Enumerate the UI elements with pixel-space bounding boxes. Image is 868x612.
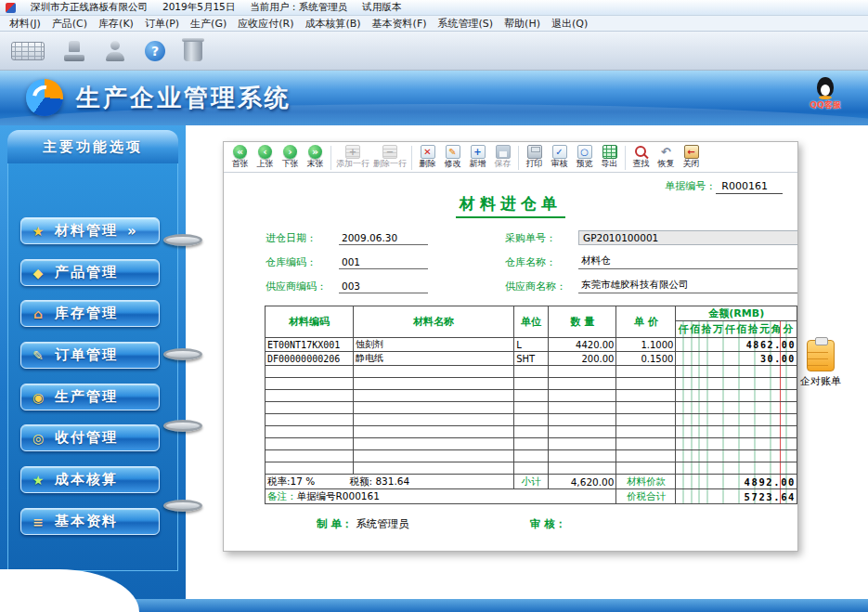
active-arrow: » — [127, 223, 138, 240]
cell-amount: 30.00 — [676, 352, 797, 366]
banner: 生产企业管理系统 QQ客服 — [0, 71, 868, 125]
sidebar-item-order-management[interactable]: ✎ 订单管理 — [20, 342, 160, 369]
menu-exit[interactable]: 退出(Q) — [546, 17, 593, 31]
reconcile-label: 企对账单 — [795, 374, 847, 388]
reconcile-statement-button[interactable]: 企对账单 — [795, 340, 847, 388]
audit-label: 审核 — [551, 159, 568, 169]
next-button[interactable]: › 下张 — [278, 144, 303, 170]
table-row-empty[interactable] — [266, 450, 797, 462]
sidebar-item-product-management[interactable]: ◆ 产品管理 — [20, 259, 160, 286]
user-icon[interactable] — [104, 40, 126, 62]
doc-number: 单据编号：R000161 — [665, 179, 783, 193]
supplier-code-field[interactable]: 003 — [339, 280, 428, 293]
table-row-empty[interactable] — [266, 426, 797, 438]
sidebar-item-label: 生产管理 — [55, 388, 118, 406]
app-icon — [6, 3, 16, 13]
table-row[interactable]: DF00000000206 静电纸 SHT 200.00 0.1500 30.0… — [266, 352, 797, 366]
total-row: 备注：单据编号R000161 价税合计 5723.64 — [266, 489, 797, 504]
table-row-empty[interactable] — [266, 366, 797, 378]
add-row-label: 添加一行 — [336, 159, 369, 169]
sidebar-item-label: 库存管理 — [55, 305, 118, 322]
table-row-empty[interactable] — [266, 378, 797, 390]
binder-ring — [163, 234, 202, 246]
first-button[interactable]: « 首张 — [227, 144, 253, 170]
tax-cell: 税率:17 % 税额: 831.64 — [266, 475, 514, 489]
logo: 生产企业管理系统 — [26, 79, 291, 116]
material-amount-value: 4892.00 — [676, 475, 797, 489]
cell-material-name: 蚀刻剂 — [353, 338, 513, 352]
preview-button[interactable]: ○ 预览 — [572, 144, 597, 170]
close-button[interactable]: ← 关闭 — [679, 144, 704, 170]
modify-button[interactable]: ✎ 修改 — [440, 144, 465, 170]
sidebar-item-payment-management[interactable]: ◎ 收付管理 — [20, 424, 160, 451]
menu-system[interactable]: 系统管理(S) — [433, 17, 499, 31]
product-icon: ◆ — [31, 265, 47, 281]
menu-material[interactable]: 材料(J) — [4, 17, 46, 31]
menu-bar: 材料(J) 产品(C) 库存(K) 订单(P) 生产(G) 应收应付(R) 成本… — [0, 16, 868, 32]
warehouse-name-field[interactable]: 材料仓 — [578, 254, 798, 269]
print-button[interactable]: 打印 — [522, 144, 547, 170]
rounded-corner — [0, 569, 139, 612]
trash-icon[interactable] — [184, 41, 202, 61]
menu-payables[interactable]: 应收应付(R) — [232, 17, 299, 31]
sidebar-item-basic-data[interactable]: ≡ 基本资料 — [20, 508, 160, 535]
menu-order[interactable]: 订单(P) — [139, 17, 185, 31]
audit-button[interactable]: ✓ 审核 — [547, 144, 572, 170]
sidebar-item-inventory-management[interactable]: ⌂ 库存管理 — [20, 300, 160, 327]
po-number-field[interactable]: GP2010100001 — [578, 230, 798, 245]
warehouse-icon: ⌂ — [31, 306, 47, 322]
first-icon: « — [233, 145, 247, 159]
delete-button[interactable]: ✕ 删除 — [415, 144, 440, 170]
inbound-date-field[interactable]: 2009.06.30 — [339, 232, 428, 245]
supplier-name-field[interactable]: 东莞市雄胶科技有限公司 — [578, 279, 798, 293]
note-cell: 备注：单据编号R000161 — [266, 489, 616, 504]
print-icon — [527, 145, 542, 159]
new-button[interactable]: + 新增 — [465, 144, 490, 170]
menu-basic-data[interactable]: 基本资料(F) — [367, 17, 433, 31]
title-company: 深圳市方正线路板有限公司 — [31, 1, 148, 14]
add-row-button[interactable]: + 添加一行 — [334, 144, 371, 170]
cell-quantity: 200.00 — [549, 352, 616, 366]
binder-ring — [163, 348, 202, 360]
sidebar-item-production-management[interactable]: ◉ 生产管理 — [20, 384, 160, 410]
keyboard-icon[interactable] — [11, 42, 45, 60]
qq-support-label: QQ客服 — [801, 99, 849, 111]
qq-support-button[interactable]: QQ客服 — [801, 77, 849, 111]
material-amount-label: 材料价款 — [616, 475, 676, 489]
prev-button[interactable]: ‹ 上张 — [253, 144, 278, 170]
table-row[interactable]: ET00NT17KX001 蚀刻剂 L 4420.00 1.1000 4862.… — [266, 338, 797, 352]
last-button[interactable]: » 末张 — [303, 144, 328, 170]
delete-row-button[interactable]: − 删除一行 — [371, 144, 408, 170]
stamp-icon[interactable] — [63, 40, 85, 62]
help-icon[interactable]: ? — [145, 41, 165, 61]
menu-product[interactable]: 产品(C) — [46, 17, 93, 31]
restore-button[interactable]: ↶ 恢复 — [654, 144, 679, 170]
export-button[interactable]: 导出 — [597, 144, 622, 170]
menu-costing[interactable]: 成本核算(B) — [299, 17, 366, 31]
table-row-empty[interactable] — [266, 390, 797, 402]
coin-icon: ◎ — [31, 430, 47, 447]
audit-icon: ✓ — [552, 145, 567, 159]
find-button[interactable]: 查找 — [628, 144, 654, 170]
menu-help[interactable]: 帮助(H) — [499, 17, 546, 31]
menu-inventory[interactable]: 库存(K) — [93, 17, 139, 31]
table-row-empty[interactable] — [266, 414, 797, 426]
save-button[interactable]: 保存 — [490, 144, 515, 170]
restore-icon: ↶ — [659, 145, 674, 159]
warehouse-code-field[interactable]: 001 — [339, 256, 428, 269]
form-title-row: 材料进仓单 — [224, 193, 797, 218]
subtotal-label: 小计 — [514, 475, 549, 489]
menu-production[interactable]: 生产(G) — [185, 17, 232, 31]
table-row-empty[interactable] — [266, 402, 797, 414]
table-row-empty[interactable] — [266, 438, 797, 450]
sidebar-item-material-management[interactable]: ★ 材料管理 » — [20, 217, 160, 244]
sidebar-item-cost-accounting[interactable]: ★ 成本核算 — [20, 466, 160, 493]
export-label: 导出 — [602, 159, 618, 169]
close-label: 关闭 — [683, 159, 700, 169]
clipboard-icon — [807, 340, 835, 371]
cell-material-name: 静电纸 — [353, 352, 513, 366]
table-row-empty[interactable] — [266, 462, 797, 475]
col-unit-price: 单 价 — [616, 306, 676, 338]
title-date: 2019年5月15日 — [162, 1, 235, 14]
note-value[interactable]: 单据编号R000161 — [297, 490, 380, 501]
